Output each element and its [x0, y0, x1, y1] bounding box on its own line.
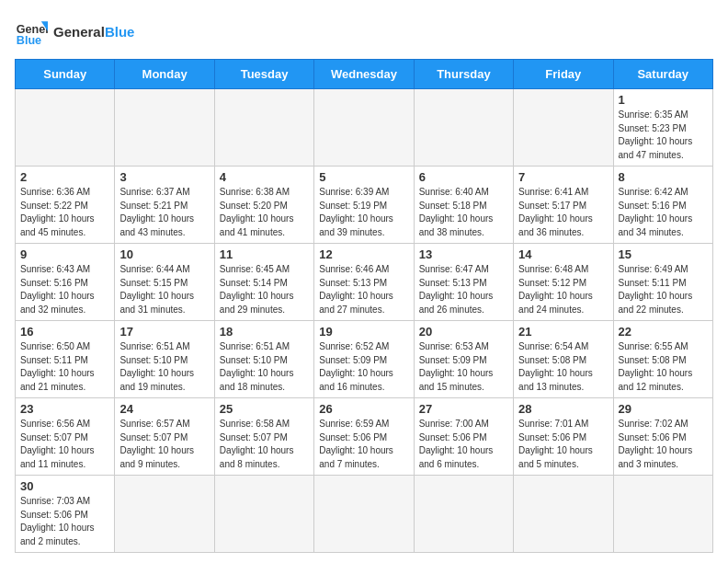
day-number: 14 [518, 247, 608, 261]
day-info: Sunrise: 6:37 AM Sunset: 5:21 PM Dayligh… [119, 186, 209, 239]
day-info: Sunrise: 6:56 AM Sunset: 5:07 PM Dayligh… [20, 418, 109, 471]
calendar-cell: 7Sunrise: 6:41 AM Sunset: 5:17 PM Daylig… [514, 167, 613, 244]
calendar-cell: 2Sunrise: 6:36 AM Sunset: 5:22 PM Daylig… [16, 167, 115, 244]
day-info: Sunrise: 6:42 AM Sunset: 5:16 PM Dayligh… [619, 186, 708, 239]
day-number: 25 [220, 402, 309, 416]
calendar-cell: 20Sunrise: 6:53 AM Sunset: 5:09 PM Dayli… [414, 321, 513, 398]
calendar-row: 16Sunrise: 6:50 AM Sunset: 5:11 PM Dayli… [16, 321, 713, 398]
calendar-cell [16, 89, 115, 167]
day-info: Sunrise: 7:00 AM Sunset: 5:06 PM Dayligh… [419, 418, 508, 471]
day-info: Sunrise: 6:53 AM Sunset: 5:09 PM Dayligh… [419, 340, 508, 394]
day-number: 18 [220, 325, 309, 339]
calendar-cell: 28Sunrise: 7:01 AM Sunset: 5:06 PM Dayli… [514, 398, 613, 476]
calendar-row: 9Sunrise: 6:43 AM Sunset: 5:16 PM Daylig… [16, 244, 713, 321]
calendar-cell-empty [314, 476, 414, 553]
calendar-cell [115, 89, 214, 167]
calendar-cell [314, 89, 414, 167]
day-number: 20 [419, 325, 508, 339]
day-info: Sunrise: 6:59 AM Sunset: 5:06 PM Dayligh… [319, 418, 408, 471]
day-info: Sunrise: 6:43 AM Sunset: 5:16 PM Dayligh… [20, 263, 109, 316]
day-info: Sunrise: 6:38 AM Sunset: 5:20 PM Dayligh… [220, 186, 309, 239]
calendar-cell: 11Sunrise: 6:45 AM Sunset: 5:14 PM Dayli… [214, 244, 313, 321]
day-info: Sunrise: 6:40 AM Sunset: 5:18 PM Dayligh… [419, 186, 508, 239]
day-number: 16 [20, 325, 109, 339]
calendar-row: 30Sunrise: 7:03 AM Sunset: 5:06 PM Dayli… [16, 476, 713, 553]
calendar-cell-empty [414, 476, 513, 553]
weekday-header: Friday [514, 60, 613, 89]
day-info: Sunrise: 6:46 AM Sunset: 5:13 PM Dayligh… [319, 263, 408, 316]
day-info: Sunrise: 6:35 AM Sunset: 5:23 PM Dayligh… [619, 109, 708, 162]
day-info: Sunrise: 6:48 AM Sunset: 5:12 PM Dayligh… [518, 263, 608, 316]
calendar-cell: 24Sunrise: 6:57 AM Sunset: 5:07 PM Dayli… [115, 398, 214, 476]
day-number: 5 [319, 170, 408, 184]
day-number: 23 [20, 402, 109, 416]
day-number: 28 [518, 402, 608, 416]
day-number: 10 [119, 247, 209, 261]
day-info: Sunrise: 6:54 AM Sunset: 5:08 PM Dayligh… [518, 340, 608, 394]
calendar-cell: 14Sunrise: 6:48 AM Sunset: 5:12 PM Dayli… [514, 244, 613, 321]
calendar-cell: 23Sunrise: 6:56 AM Sunset: 5:07 PM Dayli… [16, 398, 115, 476]
day-number: 22 [619, 325, 708, 339]
calendar-cell: 1Sunrise: 6:35 AM Sunset: 5:23 PM Daylig… [613, 89, 712, 167]
logo-text: GeneralBlue [53, 24, 134, 40]
weekday-header: Sunday [16, 60, 115, 89]
calendar-cell-empty [115, 476, 214, 553]
calendar-cell: 4Sunrise: 6:38 AM Sunset: 5:20 PM Daylig… [214, 167, 313, 244]
calendar-cell: 16Sunrise: 6:50 AM Sunset: 5:11 PM Dayli… [16, 321, 115, 398]
svg-text:Blue: Blue [17, 34, 41, 47]
calendar-cell: 18Sunrise: 6:51 AM Sunset: 5:10 PM Dayli… [214, 321, 313, 398]
day-number: 19 [319, 325, 408, 339]
calendar-cell: 6Sunrise: 6:40 AM Sunset: 5:18 PM Daylig… [414, 167, 513, 244]
logo: General Blue GeneralBlue [15, 15, 134, 48]
day-info: Sunrise: 6:49 AM Sunset: 5:11 PM Dayligh… [619, 263, 708, 316]
day-number: 11 [220, 247, 309, 261]
calendar-cell: 25Sunrise: 6:58 AM Sunset: 5:07 PM Dayli… [214, 398, 313, 476]
day-info: Sunrise: 7:02 AM Sunset: 5:06 PM Dayligh… [619, 418, 708, 471]
day-number: 13 [419, 247, 508, 261]
calendar-cell: 21Sunrise: 6:54 AM Sunset: 5:08 PM Dayli… [514, 321, 613, 398]
calendar-cell-empty [214, 476, 313, 553]
day-number: 7 [518, 170, 608, 184]
calendar-cell: 17Sunrise: 6:51 AM Sunset: 5:10 PM Dayli… [115, 321, 214, 398]
calendar-cell: 27Sunrise: 7:00 AM Sunset: 5:06 PM Dayli… [414, 398, 513, 476]
calendar-cell [414, 89, 513, 167]
calendar-cell: 10Sunrise: 6:44 AM Sunset: 5:15 PM Dayli… [115, 244, 214, 321]
day-info: Sunrise: 6:44 AM Sunset: 5:15 PM Dayligh… [119, 263, 209, 316]
day-number: 17 [119, 325, 209, 339]
day-info: Sunrise: 6:41 AM Sunset: 5:17 PM Dayligh… [518, 186, 608, 239]
day-info: Sunrise: 6:51 AM Sunset: 5:10 PM Dayligh… [119, 340, 209, 394]
day-info: Sunrise: 6:57 AM Sunset: 5:07 PM Dayligh… [119, 418, 209, 471]
calendar-cell: 29Sunrise: 7:02 AM Sunset: 5:06 PM Dayli… [613, 398, 712, 476]
weekday-header: Saturday [613, 60, 712, 89]
calendar-cell [214, 89, 313, 167]
calendar-cell-empty [514, 476, 613, 553]
calendar-cell: 30Sunrise: 7:03 AM Sunset: 5:06 PM Dayli… [16, 476, 115, 553]
day-number: 21 [518, 325, 608, 339]
day-info: Sunrise: 6:36 AM Sunset: 5:22 PM Dayligh… [20, 186, 109, 239]
calendar-cell: 15Sunrise: 6:49 AM Sunset: 5:11 PM Dayli… [613, 244, 712, 321]
day-number: 15 [619, 247, 708, 261]
day-number: 29 [619, 402, 708, 416]
weekday-header: Tuesday [214, 60, 313, 89]
calendar-cell: 19Sunrise: 6:52 AM Sunset: 5:09 PM Dayli… [314, 321, 414, 398]
day-number: 3 [119, 170, 209, 184]
day-number: 4 [220, 170, 309, 184]
day-info: Sunrise: 6:45 AM Sunset: 5:14 PM Dayligh… [220, 263, 309, 316]
day-info: Sunrise: 6:52 AM Sunset: 5:09 PM Dayligh… [319, 340, 408, 394]
calendar-row: 1Sunrise: 6:35 AM Sunset: 5:23 PM Daylig… [16, 89, 713, 167]
calendar-header-row: SundayMondayTuesdayWednesdayThursdayFrid… [16, 60, 713, 89]
day-number: 8 [619, 170, 708, 184]
day-number: 1 [619, 93, 708, 107]
weekday-header: Thursday [414, 60, 513, 89]
page-header: General Blue GeneralBlue [15, 15, 713, 48]
calendar-cell: 5Sunrise: 6:39 AM Sunset: 5:19 PM Daylig… [314, 167, 414, 244]
day-info: Sunrise: 7:01 AM Sunset: 5:06 PM Dayligh… [518, 418, 608, 471]
day-info: Sunrise: 6:51 AM Sunset: 5:10 PM Dayligh… [220, 340, 309, 394]
calendar-cell [514, 89, 613, 167]
day-info: Sunrise: 6:47 AM Sunset: 5:13 PM Dayligh… [419, 263, 508, 316]
weekday-header: Monday [115, 60, 214, 89]
day-number: 24 [119, 402, 209, 416]
calendar-cell: 22Sunrise: 6:55 AM Sunset: 5:08 PM Dayli… [613, 321, 712, 398]
calendar: SundayMondayTuesdayWednesdayThursdayFrid… [15, 59, 713, 553]
day-number: 6 [419, 170, 508, 184]
